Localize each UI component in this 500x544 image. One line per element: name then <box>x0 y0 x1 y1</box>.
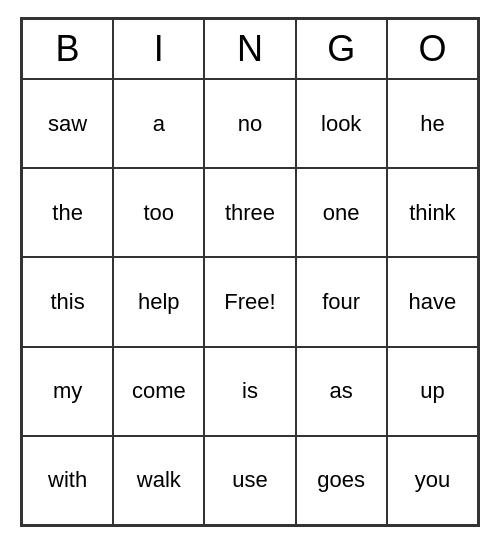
cell-r4c2: come <box>113 347 204 436</box>
cell-r1c1: saw <box>22 79 113 168</box>
cell-r4c4: as <box>296 347 387 436</box>
cell-r2c3: three <box>204 168 295 257</box>
cell-r4c1: my <box>22 347 113 436</box>
cell-r5c3: use <box>204 436 295 525</box>
cell-free: Free! <box>204 257 295 346</box>
cell-r3c2: help <box>113 257 204 346</box>
header-o: O <box>387 19 478 79</box>
cell-r4c3: is <box>204 347 295 436</box>
cell-r1c5: he <box>387 79 478 168</box>
header-n: N <box>204 19 295 79</box>
cell-r3c4: four <box>296 257 387 346</box>
cell-r5c5: you <box>387 436 478 525</box>
cell-r2c2: too <box>113 168 204 257</box>
cell-r3c1: this <box>22 257 113 346</box>
cell-r1c3: no <box>204 79 295 168</box>
cell-r2c4: one <box>296 168 387 257</box>
cell-r4c5: up <box>387 347 478 436</box>
cell-r5c4: goes <box>296 436 387 525</box>
cell-r2c1: the <box>22 168 113 257</box>
cell-r1c2: a <box>113 79 204 168</box>
cell-r2c5: think <box>387 168 478 257</box>
cell-r5c2: walk <box>113 436 204 525</box>
cell-r3c5: have <box>387 257 478 346</box>
bingo-card: B I N G O saw a no look he the too three… <box>20 17 480 527</box>
cell-r5c1: with <box>22 436 113 525</box>
cell-r1c4: look <box>296 79 387 168</box>
header-i: I <box>113 19 204 79</box>
header-b: B <box>22 19 113 79</box>
header-g: G <box>296 19 387 79</box>
